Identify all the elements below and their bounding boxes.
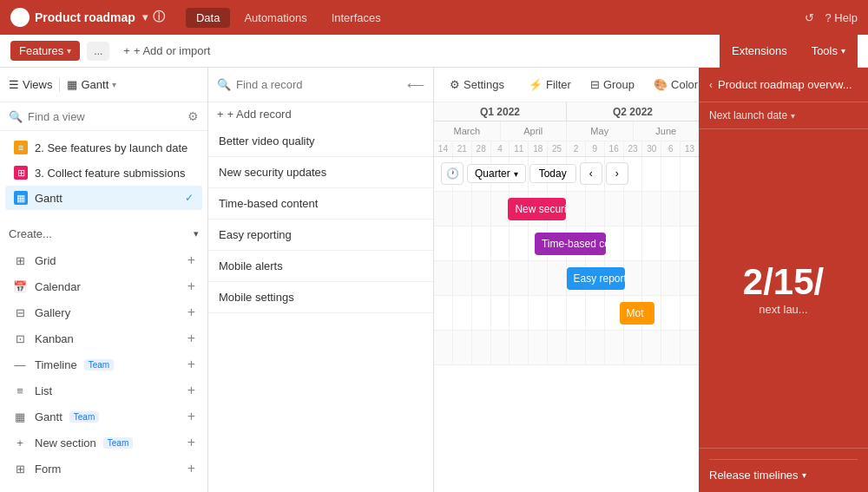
history-icon[interactable]: ↺ xyxy=(805,11,814,24)
tab-data[interactable]: Data xyxy=(186,8,230,28)
tools-button[interactable]: Tools ▾ xyxy=(799,35,858,68)
today-button[interactable]: Today xyxy=(529,164,576,183)
top-nav: Product roadmap ▾ ⓘ Data Automations Int… xyxy=(0,0,868,35)
create-header[interactable]: Create... ▾ xyxy=(9,224,199,244)
color-button[interactable]: 🎨 Color xyxy=(647,75,699,94)
gantt2-team-badge: Team xyxy=(69,411,99,423)
timeline-plus-icon[interactable]: + xyxy=(187,357,195,372)
records-toolbar: 🔍 ⟵ xyxy=(208,68,433,102)
quarter-select[interactable]: Quarter ▾ xyxy=(467,164,526,183)
gantt-rows-area: 🕐 Quarter ▾ Today ‹ › xyxy=(434,157,699,492)
record-item-0[interactable]: Better video quality xyxy=(208,126,433,157)
right-panel-header: ‹ Product roadmap overvw... xyxy=(699,68,868,102)
gantt-toolbar: ⚙ Settings ⚡ Filter ⊟ Group 🎨 Color ↗ Sh… xyxy=(434,68,699,102)
sidebar-item-2[interactable]: ≡ 2. See features by launch date xyxy=(5,135,202,160)
day-13: 13 xyxy=(681,141,699,156)
gantt-row-3: Easy reporting xyxy=(434,261,699,296)
next-arrow-icon[interactable]: › xyxy=(606,162,628,185)
create-item-grid[interactable]: ⊞ Grid + xyxy=(9,247,199,273)
grid-lines-5 xyxy=(434,331,699,364)
gantt-view-button[interactable]: ▦ Gantt ▾ xyxy=(67,78,116,91)
add-label: + Add or import xyxy=(134,44,211,57)
new-section-icon: + xyxy=(12,435,28,450)
create-item-calendar[interactable]: 📅 Calendar + xyxy=(9,273,199,299)
prev-arrow-icon[interactable]: ‹ xyxy=(580,162,602,185)
release-label: Release timelines ▾ xyxy=(709,469,858,482)
more-button[interactable]: ... xyxy=(87,42,109,61)
nav-tabs: Data Automations Interfaces xyxy=(186,8,391,28)
settings-icon[interactable]: ⚙ xyxy=(187,109,199,123)
gantt-bar-security[interactable]: New security updates xyxy=(508,198,566,220)
create-item-gantt2[interactable]: ▦ Gantt Team + xyxy=(9,403,199,430)
title-chevron-icon: ▾ xyxy=(142,11,148,23)
next-launch-chevron-icon: ▾ xyxy=(791,111,795,121)
add-record-button[interactable]: + + Add record xyxy=(208,102,433,126)
grid-lines-4 xyxy=(434,296,699,330)
new-section-plus-icon[interactable]: + xyxy=(187,435,195,450)
create-item-timeline[interactable]: — Timeline Team + xyxy=(9,351,199,377)
month-march: March xyxy=(434,121,501,141)
next-launch-section: Next launch date ▾ xyxy=(699,102,868,129)
grid-label: Grid xyxy=(35,254,56,267)
group-label: Group xyxy=(603,78,635,91)
records-search-input[interactable] xyxy=(236,78,400,91)
calendar-plus-icon[interactable]: + xyxy=(187,279,195,294)
month-may: May xyxy=(567,121,634,141)
features-button[interactable]: Features ▾ xyxy=(10,41,80,61)
tab-automations[interactable]: Automations xyxy=(233,8,317,28)
kanban-label: Kanban xyxy=(35,332,74,345)
right-panel-title: Product roadmap overvw... xyxy=(718,78,852,91)
list-plus-icon[interactable]: + xyxy=(187,383,195,398)
create-section: Create... ▾ ⊞ Grid + 📅 Calendar + ⊟ Gall… xyxy=(0,217,207,492)
gantt-bar-reporting[interactable]: Easy reporting xyxy=(567,267,625,290)
back-chevron-icon[interactable]: ‹ xyxy=(709,79,713,91)
record-item-3[interactable]: Easy reporting xyxy=(208,220,433,251)
record-item-2[interactable]: Time-based content xyxy=(208,188,433,220)
day-23: 23 xyxy=(624,141,643,156)
settings-button[interactable]: ⚙ Settings xyxy=(443,75,511,94)
record-item-3-label: Easy reporting xyxy=(219,228,292,241)
gantt-bar-timebased[interactable]: Time-based content xyxy=(535,233,606,255)
gantt-row-5 xyxy=(434,331,699,365)
clock-button[interactable]: 🕐 xyxy=(441,162,464,185)
filter-button[interactable]: ⚡ Filter xyxy=(522,75,578,94)
record-item-1[interactable]: New security updates xyxy=(208,157,433,188)
create-item-new-section[interactable]: + New section Team + xyxy=(9,430,199,456)
form-plus-icon[interactable]: + xyxy=(187,461,195,476)
list-icon: ≡ xyxy=(12,383,28,398)
color-icon: 🎨 xyxy=(654,78,667,91)
gantt2-icon: ▦ xyxy=(12,409,28,424)
quarter-label: Quarter xyxy=(475,167,510,180)
record-list: Better video quality New security update… xyxy=(208,126,433,492)
record-item-5[interactable]: Mobile settings xyxy=(208,282,433,313)
collapse-icon[interactable]: ⟵ xyxy=(407,78,424,92)
add-button[interactable]: + + Add or import xyxy=(116,41,217,61)
day-row: 14 21 28 4 11 18 25 2 9 16 23 30 6 13 xyxy=(434,141,699,156)
sidebar-search-input[interactable] xyxy=(28,110,182,123)
menu-icon: ☰ xyxy=(9,78,19,91)
views-button[interactable]: ☰ Views xyxy=(9,78,52,91)
extensions-button[interactable]: Extensions xyxy=(720,35,799,68)
grid-plus-icon[interactable]: + xyxy=(187,253,195,268)
create-item-form[interactable]: ⊞ Form + xyxy=(9,456,199,482)
tab-interfaces[interactable]: Interfaces xyxy=(321,8,391,28)
create-item-kanban[interactable]: ⊡ Kanban + xyxy=(9,325,199,351)
create-item-list[interactable]: ≡ List + xyxy=(9,377,199,403)
form-label: Form xyxy=(35,462,61,476)
group-button[interactable]: ⊟ Group xyxy=(583,75,641,94)
sidebar-item-3[interactable]: ⊞ 3. Collect feature submissions xyxy=(5,161,202,185)
gantt-bar-timebased-label: Time-based content xyxy=(542,238,606,250)
gallery-plus-icon[interactable]: + xyxy=(187,305,195,320)
sidebar: ☰ Views ▦ Gantt ▾ 🔍 ⚙ ≡ 2. See features … xyxy=(0,68,208,492)
kanban-plus-icon[interactable]: + xyxy=(187,331,195,346)
gantt-bar-mobile[interactable]: Mot xyxy=(620,302,654,325)
sidebar-item-gantt[interactable]: ▦ Gantt ✓ xyxy=(5,186,202,210)
create-item-gallery[interactable]: ⊟ Gallery + xyxy=(9,299,199,325)
release-section: Release timelines ▾ xyxy=(709,459,858,482)
help-label[interactable]: ? Help xyxy=(825,11,858,24)
record-item-0-label: Better video quality xyxy=(219,134,315,148)
gantt-area: ⚙ Settings ⚡ Filter ⊟ Group 🎨 Color ↗ Sh… xyxy=(434,68,699,492)
gantt2-plus-icon[interactable]: + xyxy=(187,409,195,424)
record-item-4[interactable]: Mobile alerts xyxy=(208,251,433,282)
day-18: 18 xyxy=(529,141,548,156)
